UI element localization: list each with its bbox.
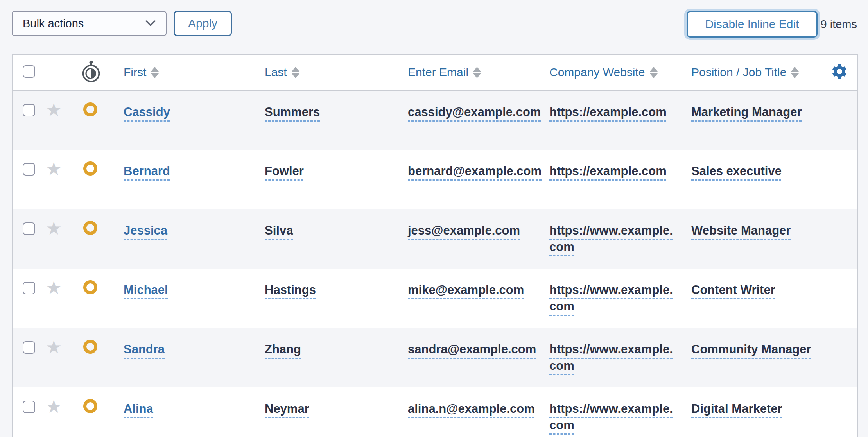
last-name-cell[interactable]: Silva: [265, 224, 293, 237]
status-circle-icon[interactable]: [83, 221, 97, 235]
column-header-last[interactable]: Last: [264, 54, 407, 90]
entries-table: First Last Enter Email Company Website: [12, 54, 858, 437]
star-icon[interactable]: ★: [46, 159, 62, 179]
table-row: ★ Jessica Silva jess@example.com https:/…: [12, 209, 857, 269]
row-checkbox[interactable]: [23, 222, 35, 235]
status-column-header: [65, 54, 123, 90]
email-cell[interactable]: jess@example.com: [408, 224, 520, 237]
apply-button[interactable]: Apply: [174, 11, 232, 36]
row-checkbox[interactable]: [23, 163, 35, 176]
website-cell[interactable]: https://example.com: [549, 104, 667, 120]
status-circle-icon[interactable]: [83, 399, 97, 413]
stopwatch-icon: [81, 59, 101, 84]
toolbar-right: Disable Inline Edit 9 items: [687, 11, 857, 38]
status-circle-icon[interactable]: [83, 161, 97, 176]
first-name-link[interactable]: Alina: [124, 402, 153, 416]
select-all-checkbox[interactable]: [23, 65, 35, 78]
position-cell[interactable]: Content Writer: [691, 283, 775, 297]
disable-inline-edit-button[interactable]: Disable Inline Edit: [687, 11, 817, 38]
last-name-cell[interactable]: Zhang: [265, 342, 301, 356]
star-column-header: [37, 54, 65, 90]
star-icon[interactable]: ★: [46, 278, 62, 298]
website-cell[interactable]: https://www.example.com: [549, 341, 678, 374]
sort-arrows-icon: [791, 67, 799, 78]
website-cell[interactable]: https://www.example.com: [549, 401, 678, 433]
bulk-actions-select[interactable]: Bulk actions: [12, 11, 167, 36]
position-cell[interactable]: Website Manager: [691, 224, 791, 237]
chevron-down-icon: [145, 20, 156, 27]
table-row: ★ Michael Hastings mike@example.com http…: [12, 269, 857, 328]
star-icon[interactable]: ★: [46, 100, 62, 120]
sort-arrows-icon: [292, 67, 299, 78]
row-checkbox[interactable]: [23, 341, 35, 354]
row-checkbox[interactable]: [23, 104, 35, 116]
status-circle-icon[interactable]: [83, 102, 97, 116]
position-cell[interactable]: Sales executive: [691, 164, 782, 178]
first-name-link[interactable]: Cassidy: [124, 105, 170, 119]
first-name-link[interactable]: Michael: [124, 283, 168, 297]
table-row: ★ Sandra Zhang sandra@example.com https:…: [12, 328, 857, 387]
last-name-cell[interactable]: Neymar: [265, 402, 309, 416]
email-cell[interactable]: sandra@example.com: [408, 342, 536, 356]
status-circle-icon[interactable]: [83, 340, 97, 354]
last-name-cell[interactable]: Hastings: [265, 283, 316, 297]
column-header-position[interactable]: Position / Job Title: [691, 54, 824, 90]
star-icon[interactable]: ★: [46, 396, 62, 417]
last-name-cell[interactable]: Fowler: [265, 164, 304, 178]
items-count: 9 items: [821, 18, 857, 31]
sort-arrows-icon: [650, 67, 658, 78]
email-cell[interactable]: alina.n@example.com: [408, 402, 535, 416]
toolbar: Bulk actions Apply Disable Inline Edit 9…: [0, 0, 868, 39]
position-cell[interactable]: Digital Marketer: [691, 402, 782, 416]
website-cell[interactable]: https://example.com: [549, 163, 667, 179]
first-name-link[interactable]: Bernard: [124, 164, 170, 178]
column-settings-header: [824, 54, 857, 90]
position-cell[interactable]: Marketing Manager: [691, 105, 802, 119]
status-circle-icon[interactable]: [83, 280, 97, 294]
sort-arrows-icon: [473, 67, 481, 78]
first-name-link[interactable]: Jessica: [124, 224, 167, 237]
star-icon[interactable]: ★: [46, 218, 62, 238]
column-header-first[interactable]: First: [123, 54, 264, 90]
email-cell[interactable]: cassidy@example.com: [408, 105, 541, 119]
gear-icon[interactable]: [830, 63, 848, 81]
table-row: ★ Alina Neymar alina.n@example.com https…: [12, 387, 857, 437]
row-checkbox[interactable]: [23, 401, 35, 413]
last-name-cell[interactable]: Summers: [265, 105, 320, 119]
bulk-actions-selected-value: Bulk actions: [23, 17, 84, 30]
website-cell[interactable]: https://www.example.com: [549, 282, 678, 315]
column-header-email[interactable]: Enter Email: [407, 54, 549, 90]
column-header-website[interactable]: Company Website: [549, 54, 691, 90]
email-cell[interactable]: bernard@example.com: [408, 164, 542, 178]
first-name-link[interactable]: Sandra: [124, 342, 165, 356]
sort-arrows-icon: [151, 67, 159, 78]
table-row: ★ Bernard Fowler bernard@example.com htt…: [12, 150, 857, 209]
email-cell[interactable]: mike@example.com: [408, 283, 524, 297]
table-row: ★ Cassidy Summers cassidy@example.com ht…: [12, 90, 857, 150]
table-header-row: First Last Enter Email Company Website: [12, 54, 857, 90]
row-checkbox[interactable]: [23, 282, 35, 294]
position-cell[interactable]: Community Manager: [691, 342, 811, 356]
star-icon[interactable]: ★: [46, 337, 62, 357]
website-cell[interactable]: https://www.example.com: [549, 222, 678, 255]
